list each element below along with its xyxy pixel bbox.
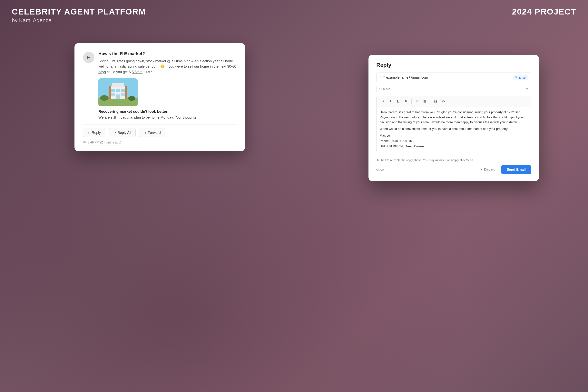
svg-rect-13 [125,86,127,99]
year-label: 2024 PROJECT [512,7,576,16]
thread-sender-row: E How's the R E market? Spring,, int. ra… [83,51,236,120]
thread-timestamp: 5:49 PM (2 months ago) [88,141,121,144]
editor-question-text: When would be a convenient time for you … [380,126,528,132]
thread-image [98,78,138,106]
thread-text-1: Spring,, int. rates going down, stock ma… [98,58,236,75]
forward-icon: ↪ [144,131,146,135]
svg-point-2 [100,95,108,101]
reply-panel-card: Reply To * examplename@gmail.com ✉ Email… [368,55,539,181]
thread-body: How's the R E market? Spring,, int. rate… [98,51,236,120]
italic-button[interactable]: I [387,98,394,105]
email-badge-label: Email [518,76,526,79]
svg-rect-5 [112,83,124,87]
thread-actions: ↩ Reply ↩ Reply All ↪ Forward [83,124,236,138]
ai-note: ⚙ REES AI wrote the reply above. You may… [376,158,531,162]
app-subtitle: by Kami Agence [12,17,146,24]
link-button[interactable]: ⛓ [432,98,439,105]
avatar: E [83,52,94,63]
thread-subject: How's the R E market? [98,51,236,57]
svg-rect-9 [111,93,115,96]
to-row[interactable]: To * examplename@gmail.com ✉ Email [376,72,531,82]
svg-point-3 [128,96,135,101]
separator [376,155,531,155]
bold-button[interactable]: B [379,98,386,105]
svg-rect-7 [116,89,120,92]
svg-rect-11 [116,94,120,99]
to-email-value: examplename@gmail.com [386,76,513,80]
ai-icon: ⚙ [377,158,380,162]
header-right: 2024 PROJECT [512,7,576,16]
subject-row[interactable]: Subject * ∨ [376,85,531,93]
reply-all-icon: ↩ [113,131,116,135]
thread-text-3: We are still in Laguna, plan to be home … [98,115,236,120]
reply-icon: ↩ [88,131,90,135]
reply-footer: 0/200 ✕ Discard Send Email [376,165,531,174]
underline-button[interactable]: U [395,98,402,105]
editor-body-text: Hello Gerard, it's great to hear from yo… [380,110,528,125]
editor-area[interactable]: Hello Gerard, it's great to hear from yo… [376,106,531,152]
thread-text-2: Recovering market couldn't look better! [98,109,236,114]
toolbar-separator-2 [430,99,430,104]
chevron-down-icon: ∨ [526,87,528,91]
header-left: CELEBRITY AGENT PLATFORM by Kami Agence [12,7,146,24]
thread-footer: ✉ 5:49 PM (2 months ago) [83,140,236,144]
reply-all-button[interactable]: ↩ Reply All [109,128,136,138]
discard-label: Discard [484,168,495,172]
email-badge: ✉ Email [513,75,528,80]
editor-signature: Max Lo Phone: (650) 307-8816 DRE# 011928… [380,133,528,149]
ordered-list-button[interactable]: ≡ [414,98,420,105]
char-count: 0/200 [376,168,384,171]
svg-rect-12 [109,86,111,99]
to-field-row: To * examplename@gmail.com ✉ Email [376,72,531,82]
strikethrough-button[interactable]: S [403,98,410,105]
svg-rect-10 [121,93,125,96]
editor-toolbar: B I U S ≡ ☰ ⛓ <> [376,96,531,106]
sig-phone: Phone: (650) 307-8816 [380,138,528,144]
forward-button[interactable]: ↪ Forward [139,128,165,138]
code-button[interactable]: <> [440,98,447,105]
svg-rect-6 [111,89,115,92]
app-title: CELEBRITY AGENT PLATFORM [12,7,146,16]
subject-label: Subject * [379,88,392,91]
mail-icon: ✉ [83,140,86,144]
email-icon: ✉ [515,76,518,79]
to-label: To * [379,76,385,79]
x-icon: ✕ [480,168,483,172]
sig-dre: DRE# 01192824, Green Banker [380,144,528,149]
discard-button[interactable]: ✕ Discard [477,166,498,174]
subject-field-row: Subject * ∨ [376,85,531,93]
email-thread-card: E How's the R E market? Spring,, int. ra… [74,43,245,151]
svg-rect-8 [121,89,125,92]
sig-name: Max Lo [380,133,528,138]
reply-panel-title: Reply [376,62,531,68]
footer-right: ✕ Discard Send Email [477,165,531,174]
unordered-list-button[interactable]: ☰ [422,98,428,105]
cards-area: E How's the R E market? Spring,, int. ra… [39,39,549,353]
send-email-button[interactable]: Send Email [501,165,531,174]
ai-note-text: REES AI wrote the reply above. You may m… [381,158,473,162]
reply-button[interactable]: ↩ Reply [83,128,105,138]
header: CELEBRITY AGENT PLATFORM by Kami Agence … [0,0,588,30]
